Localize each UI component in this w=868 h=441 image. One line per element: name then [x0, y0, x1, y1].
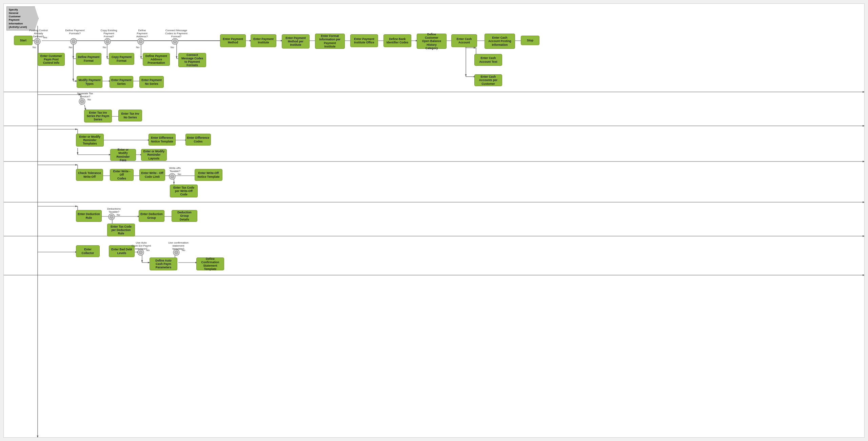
- stop-node[interactable]: Stop: [521, 36, 539, 45]
- define-payment-format[interactable]: Define PaymentFormat: [76, 53, 101, 65]
- define-bank-identifier-codes[interactable]: Define BankIdentifier Codes: [383, 34, 411, 47]
- svg-point-89: [171, 175, 174, 178]
- decision-deductions-taxable[interactable]: [108, 213, 115, 220]
- decision-deductions-no: No: [117, 213, 120, 216]
- enter-payment-institute[interactable]: Enter PaymentInstitute: [251, 34, 276, 47]
- enter-write-off-codes[interactable]: Enter Write - OffCodes: [110, 169, 134, 181]
- enter-tax-inv-no-series[interactable]: Enter Tax InvNo Series: [118, 110, 142, 121]
- decision-use-confirmation-label: Use confirmationstatementtemplate?: [161, 241, 195, 250]
- decision-copy-existing-label: Copy ExistingPaymentFormat?: [94, 29, 124, 38]
- decision-copy-existing[interactable]: [104, 38, 111, 45]
- define-auto-cash-paym-parameters[interactable]: Define AutoCash PaymParameters: [150, 257, 177, 270]
- define-confirmation-statement-template[interactable]: DefineConfirmationStatementTemplate: [196, 257, 224, 270]
- define-customer-open-balance-history[interactable]: DefineCustomerOpen BalanceHistoryCategor…: [417, 34, 447, 49]
- svg-point-77: [36, 40, 39, 43]
- enter-modify-reminder-layouts[interactable]: Enter or ModifyReminderLayouts: [141, 149, 167, 161]
- svg-point-95: [175, 251, 178, 254]
- svg-point-91: [110, 215, 113, 218]
- enter-modify-reminder-fees[interactable]: Enter orModifyReminderFees: [110, 149, 136, 161]
- svg-point-81: [106, 40, 109, 43]
- enter-format-info-per-payment-institute[interactable]: Enter FormatInformation perPaymentInstit…: [315, 34, 345, 49]
- enter-difference-notice-template[interactable]: Enter DifferenceNotice Template: [149, 134, 176, 146]
- svg-point-79: [72, 40, 75, 43]
- decision-connect-message-codes[interactable]: [171, 38, 179, 45]
- enter-tax-code-per-write-off[interactable]: Enter Tax Codeper Write-OffCode: [170, 185, 198, 197]
- svg-point-87: [80, 100, 84, 103]
- decision-define-payment-formats[interactable]: [70, 38, 77, 45]
- check-tolerance-write-off[interactable]: Check ToleranceWrite-Off: [76, 169, 103, 181]
- decision-posting-no-label: No: [33, 46, 36, 49]
- connect-message-codes[interactable]: ConnectMessage Codesto PaymentFormats: [178, 53, 206, 67]
- decision-use-confirmation-no: No: [182, 249, 185, 252]
- decision-posting-control-label: Posting ControlAlreadyDefined?: [24, 29, 53, 38]
- enter-difference-codes[interactable]: Enter DifferenceCodes: [185, 134, 211, 146]
- decision-separate-tax[interactable]: [78, 98, 86, 105]
- enter-cash-account-text[interactable]: Enter CashAccount Text: [474, 54, 502, 66]
- title-box: Specify General Customer Payment Informa…: [6, 6, 39, 31]
- enter-cash-accounts-per-customer[interactable]: Enter CashAccounts perCustomer: [474, 74, 502, 86]
- decision-use-auto-cash-label: Use AutoCash Ext PaymtInterface?: [125, 241, 157, 250]
- decision-deductions-taxable-label: DeductionsTaxable?: [99, 207, 129, 213]
- decision-define-payment-formats-no: No: [69, 46, 72, 49]
- copy-payment-format[interactable]: Copy PaymentFormat: [109, 53, 134, 65]
- decision-posting-control[interactable]: [34, 38, 41, 45]
- decision-define-payment-formats-label: Define PaymentFormats?: [60, 29, 90, 35]
- enter-tax-code-per-deduction-rule[interactable]: Enter Tax Codeper DeductionRule: [107, 224, 135, 236]
- decision-separate-tax-no: No: [87, 98, 91, 101]
- enter-write-off-notice-template[interactable]: Enter Write-OffNotice Template: [195, 169, 222, 181]
- decision-use-auto-cash-no: No: [146, 249, 150, 252]
- decision-posting-yes-label: Yes: [43, 36, 47, 39]
- deduction-group-details[interactable]: Deduction GroupDetails: [172, 210, 197, 222]
- decision-write-offs-taxable[interactable]: [169, 173, 176, 180]
- enter-payment-method[interactable]: Enter PaymentMethod: [220, 34, 246, 47]
- enter-cash-account-posting-info[interactable]: Enter CashAccount PostingInformation: [485, 34, 515, 49]
- diagram-container: Specify General Customer Payment Informa…: [3, 3, 865, 438]
- define-payment-address-presentation[interactable]: Define PaymentAddressPresentation: [143, 53, 170, 66]
- arrows-svg: [4, 4, 864, 437]
- decision-write-offs-taxable-label: Write-offsTaxable?: [160, 167, 190, 173]
- enter-payment-series[interactable]: Enter PaymentSeries: [110, 76, 133, 88]
- enter-tax-inv-series-per-paym[interactable]: Enter Tax InvSeries Per PaymSeries: [84, 110, 112, 122]
- decision-connect-message-codes-label: Connect MessageCodes to PaymentFormat?: [161, 29, 192, 38]
- enter-modify-reminder-templates[interactable]: Enter or ModifyReminderTemplates: [76, 134, 104, 147]
- svg-point-83: [139, 40, 142, 43]
- modify-payment-types[interactable]: Modify PaymentTypes: [77, 76, 102, 88]
- decision-define-payment-address-no: No: [136, 46, 139, 49]
- enter-payment-institute-office[interactable]: Enter PaymentInstitute Office: [350, 34, 378, 47]
- svg-point-85: [173, 40, 177, 43]
- enter-payment-method-per-institute[interactable]: Enter PaymentMethod perInstitute: [282, 34, 310, 49]
- enter-collector[interactable]: EnterCollector: [76, 245, 100, 257]
- svg-point-93: [139, 251, 142, 254]
- enter-customer-paym-post-control[interactable]: Enter CustomerPaym PostControl Info: [38, 53, 65, 66]
- decision-define-payment-address-label: DefinePaymentAddress?: [127, 29, 157, 38]
- enter-deduction-rule[interactable]: Enter DeductionRule: [76, 210, 102, 222]
- enter-deduction-group[interactable]: Enter DeductionGroup: [139, 210, 164, 222]
- decision-separate-tax-label: Separate TaxInvoice?: [70, 92, 100, 98]
- decision-connect-message-codes-no: No: [171, 46, 174, 49]
- enter-payment-no-series[interactable]: Enter PaymentNo Series: [139, 76, 164, 88]
- decision-write-offs-no: No: [178, 173, 181, 176]
- decision-copy-existing-no: No: [103, 46, 106, 49]
- decision-define-payment-address[interactable]: [137, 38, 144, 45]
- enter-cash-account[interactable]: Enter CashAccount: [451, 34, 477, 47]
